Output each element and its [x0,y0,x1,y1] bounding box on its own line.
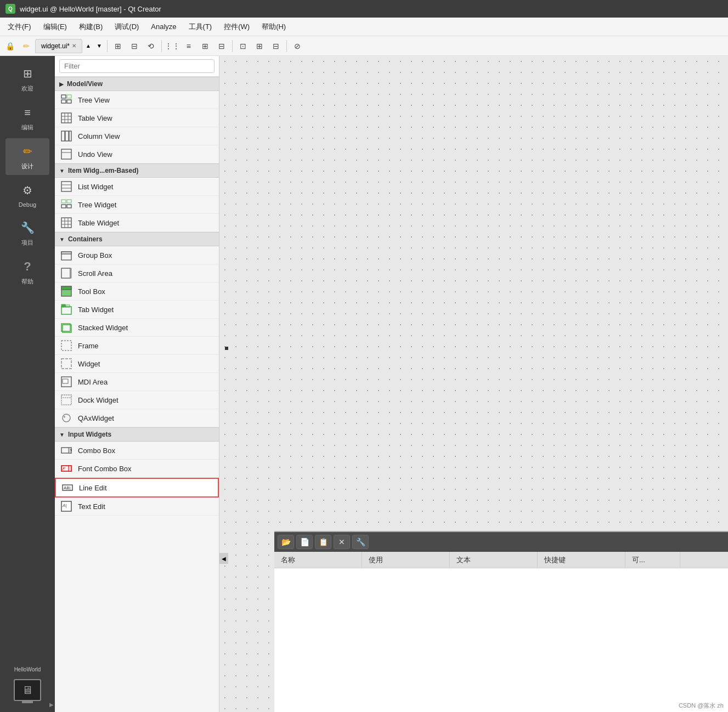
svg-rect-21 [61,218,71,228]
toolbar-btn-6[interactable]: ⊞ [197,39,213,53]
toolbar-btn-8[interactable]: ⊡ [235,39,251,53]
widget-line-edit[interactable]: AB| Line Edit [55,478,219,498]
toolbar-btn-2[interactable]: ⊟ [127,39,142,53]
table-view-icon [60,112,72,124]
widget-scroll-area[interactable]: Scroll Area [55,264,219,282]
col-header-use: 使用 [362,552,450,568]
tab-close-icon[interactable]: ✕ [72,43,76,49]
svg-rect-0 [61,95,66,98]
bottom-btn-new[interactable]: 📄 [296,535,313,549]
edit-icon[interactable]: ✏ [19,39,34,53]
monitor-icon[interactable]: 🖥 [14,679,41,701]
font-combo-box-icon: F [60,462,72,474]
widget-undo-view[interactable]: Undo View [55,145,219,163]
widget-qaxwidget[interactable]: QAxWidget [55,409,219,427]
menu-analyze[interactable]: Analyze [145,20,182,33]
widget-font-combo-box[interactable]: F Font Combo Box [55,460,219,478]
tab-arrow-down[interactable]: ▼ [94,42,104,50]
group-box-icon [60,249,72,261]
scroll-area-icon [60,267,72,279]
widget-tool-box[interactable]: Tool Box [55,282,219,301]
widget-widget[interactable]: Widget [55,355,219,373]
bottom-btn-copy[interactable]: 📋 [315,535,331,549]
widget-tree-view[interactable]: Tree View [55,91,219,109]
svg-rect-27 [61,252,71,254]
toolbar-btn-9[interactable]: ⊞ [252,39,267,53]
svg-text:A|: A| [62,503,66,508]
sidebar-item-design[interactable]: ✏ 设计 [5,138,49,175]
widget-column-view[interactable]: Column View [55,127,219,145]
widget-stacked-widget[interactable]: Stacked Widget [55,319,219,337]
menu-debug[interactable]: 调试(D) [109,20,144,34]
group-header-modelview[interactable]: ▶ Model/View [55,77,219,91]
group-header-inputwidgets[interactable]: ▼ Input Widgets [55,427,219,442]
separator-4 [286,40,287,52]
widget-tree-widget[interactable]: Tree Widget [55,196,219,214]
col-header-text: 文本 [450,552,538,568]
line-edit-label: Line Edit [79,484,107,492]
tab-arrow-up[interactable]: ▲ [83,42,93,50]
tree-widget-label: Tree Widget [78,201,116,209]
svg-rect-17 [61,200,66,203]
sidebar-label-help: 帮助 [21,278,33,286]
widget-frame[interactable]: Frame [55,337,219,355]
svg-text:F: F [63,466,66,471]
toolbar-btn-5[interactable]: ≡ [181,39,196,53]
menu-file[interactable]: 文件(F) [2,20,37,34]
svg-rect-18 [67,200,71,203]
widget-combo-box[interactable]: ▼ Combo Box [55,442,219,460]
svg-rect-3 [67,100,71,103]
filter-input[interactable] [59,59,215,73]
watermark: CSDN @落水 zh [679,702,724,710]
text-edit-label: Text Edit [78,502,105,511]
widget-list-widget[interactable]: List Widget [55,178,219,196]
sidebar-item-debug[interactable]: ⚙ Debug [5,177,49,212]
bottom-btn-delete[interactable]: ✕ [334,535,350,549]
widget-tab-widget[interactable]: Tab Widget [55,301,219,319]
frame-label: Frame [78,342,99,350]
lock-icon[interactable]: 🔒 [2,39,18,53]
col-header-shortcut: 快捷键 [538,552,625,568]
group-header-itemwidgets[interactable]: ▼ Item Widg...em-Based) [55,163,219,178]
app-icon: Q [5,4,15,14]
sidebar-item-welcome[interactable]: ⊞ 欢迎 [5,60,49,97]
widget-table-view[interactable]: Table View [55,109,219,127]
toolbar-btn-3[interactable]: ⟲ [143,39,159,53]
bottom-table-header: 名称 使用 文本 快捷键 可... [274,552,728,568]
bottom-btn-settings[interactable]: 🔧 [352,535,369,549]
widget-mdi-area[interactable]: MDI Area [55,373,219,391]
qaxwidget-icon [60,412,72,424]
toolbar-btn-1[interactable]: ⊞ [110,39,126,53]
svg-rect-38 [61,359,71,369]
sidebar-item-help[interactable]: ? 帮助 [5,253,49,290]
bottom-btn-open[interactable]: 📂 [278,535,294,549]
expand-arrow[interactable]: ▶ [49,702,54,708]
widget-text-edit[interactable]: A| Text Edit [55,498,219,516]
menu-build[interactable]: 构建(B) [74,20,108,34]
toolbar-btn-10[interactable]: ⊟ [268,39,284,53]
widget-table-widget[interactable]: Table Widget [55,214,219,232]
menu-edit[interactable]: 编辑(E) [38,20,72,34]
scroll-arrow-left[interactable]: ◀ [219,553,228,564]
file-tab[interactable]: widget.ui* ✕ [35,39,82,53]
toolbar-btn-4[interactable]: ⋮⋮ [165,39,180,53]
sidebar-item-project[interactable]: 🔧 项目 [5,214,49,251]
toolbar-btn-7[interactable]: ⊟ [214,39,229,53]
group-header-containers[interactable]: ▼ Containers [55,232,219,246]
menu-help[interactable]: 帮助(H) [256,20,291,34]
dock-widget-label: Dock Widget [78,396,118,404]
toolbar-btn-11[interactable]: ⊘ [290,39,305,53]
tool-box-icon [60,285,72,297]
widget-group-box[interactable]: Group Box [55,246,219,264]
sidebar-label-debug: Debug [19,201,36,208]
mdi-area-icon [60,376,72,388]
menu-tools[interactable]: 工具(T) [183,20,218,34]
menubar: 文件(F) 编辑(E) 构建(B) 调试(D) Analyze 工具(T) 控件… [0,18,728,36]
menu-controls[interactable]: 控件(W) [218,20,255,34]
debug-icon: ⚙ [19,182,36,199]
sidebar-item-edit[interactable]: ≡ 编辑 [5,99,49,136]
list-widget-icon [60,180,72,193]
svg-rect-11 [69,131,71,141]
widget-dock-widget[interactable]: Dock Widget [55,391,219,409]
widget-icon [60,358,72,370]
